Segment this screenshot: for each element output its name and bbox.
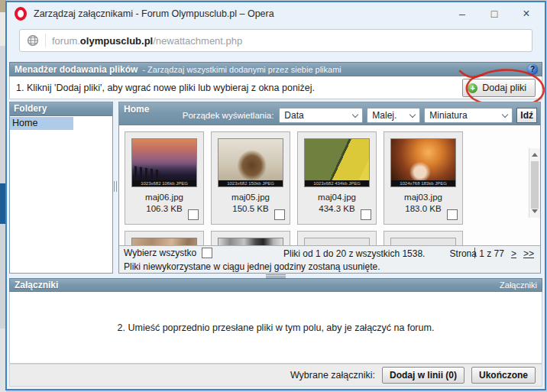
thumbnail-meta: 1023x682 106kb JPEG <box>132 180 196 186</box>
opera-logo-icon <box>15 7 27 21</box>
window-controls: – □ × <box>452 5 537 22</box>
file-range-text: Pliki od 1 do 20 z wszystkich 1538. <box>283 248 425 259</box>
file-card: 1023x682 150kb JPEG maj05.jpg 150.5 KB <box>211 131 290 225</box>
plus-icon: + <box>468 83 477 93</box>
chevron-down-icon <box>409 111 416 117</box>
divider <box>45 34 46 47</box>
page-indicator: Strona 1 z 77 <box>450 248 504 259</box>
manager-header: Menadżer dodawania plików - Zarządzaj ws… <box>9 62 542 76</box>
sort-order-value: Malej. <box>372 110 396 121</box>
file-thumbnail[interactable]: 1023x682 434kb JPEG <box>304 138 370 187</box>
chevron-down-icon <box>352 111 358 117</box>
thumbnail-meta: 1023x682 150kb JPEG <box>218 180 283 186</box>
file-thumbnail[interactable]: 1024x768 183kb JPEG <box>390 138 456 187</box>
done-button[interactable]: Ukończone <box>471 367 536 384</box>
vertical-scrollbar[interactable] <box>529 148 540 218</box>
select-all: Wybierz wszystko <box>124 248 212 258</box>
attachments-title-right: Załączniki <box>500 280 537 290</box>
scroll-down-icon[interactable] <box>532 209 538 213</box>
file-card <box>297 231 377 245</box>
maximize-icon[interactable]: □ <box>484 5 505 22</box>
file-card: 1023x682 434kb JPEG maj04.jpg 434.3 KB <box>297 131 377 225</box>
file-card <box>125 231 204 245</box>
manager-subtitle: - Zarządzaj wszystkimi dodanymi przez si… <box>142 65 341 74</box>
address-input[interactable]: forum.olympusclub.pl/newattachment.php <box>19 29 532 52</box>
files-footer: Wybierz wszystko Pliki od 1 do 20 z wszy… <box>119 245 540 273</box>
files-folder-title: Home <box>124 104 149 115</box>
select-all-checkbox[interactable] <box>202 248 212 258</box>
instruction-text: 1. Kliknij 'Dodaj pliki', aby wgrać nowe… <box>16 83 315 93</box>
scrollbar-thumb[interactable] <box>531 161 539 209</box>
help-icon[interactable]: ? <box>527 64 538 75</box>
pagination-row: Wybierz wszystko Pliki od 1 do 20 z wszy… <box>119 246 540 261</box>
add-files-label: Dodaj pliki <box>482 83 526 93</box>
files-body: 1023x682 106kb JPEG maj06.jpg 106.3 KB 1… <box>119 125 540 245</box>
file-name: maj04.jpg <box>298 193 376 202</box>
folders-header: Foldery <box>10 102 112 116</box>
next-page-link[interactable]: > <box>511 248 516 259</box>
window: Zarządzaj załącznikami - Forum Olympuscl… <box>5 1 546 390</box>
sort-label: Porządek wyświetlania: <box>183 111 274 120</box>
title-bar[interactable]: Zarządzaj załącznikami - Forum Olympuscl… <box>7 2 545 25</box>
files-header: Home Porządek wyświetlania: Data Malej. … <box>119 102 540 125</box>
go-button[interactable]: Idź <box>516 108 537 123</box>
file-thumbnail[interactable]: 1023x682 106kb JPEG <box>131 138 197 187</box>
file-grid: 1023x682 106kb JPEG maj06.jpg 106.3 KB 1… <box>125 131 463 245</box>
file-card <box>384 231 463 245</box>
manager-title: Menadżer dodawania plików <box>15 64 138 75</box>
url-text: forum.olympusclub.pl/newattachment.php <box>52 35 242 47</box>
file-thumbnail[interactable] <box>218 238 283 245</box>
attachments-title: Załączniki <box>15 280 58 290</box>
drop-instruction-text: 2. Umieść poprzednio przesłane pliki w t… <box>118 322 435 333</box>
page-block: Strona 1 z 77 > >> <box>450 248 534 259</box>
close-icon[interactable]: × <box>516 5 537 22</box>
file-checkbox[interactable] <box>447 209 458 220</box>
folders-panel: Foldery Home <box>9 102 113 274</box>
files-panel: Home Porządek wyświetlania: Data Malej. … <box>118 102 541 274</box>
url-prefix: forum. <box>52 35 80 47</box>
file-card: 1023x682 106kb JPEG maj06.jpg 106.3 KB <box>125 131 204 225</box>
sort-field-value: Data <box>284 110 303 121</box>
file-checkbox[interactable] <box>361 209 371 220</box>
add-inline-button[interactable]: Dodaj w linii (0) <box>382 367 464 384</box>
file-thumbnail-placeholder <box>304 238 370 245</box>
splitter-grip-icon <box>114 181 117 192</box>
globe-icon <box>27 34 39 47</box>
thumbnail-meta: 1024x768 183kb JPEG <box>391 180 455 186</box>
file-name: maj06.jpg <box>125 193 203 202</box>
select-all-label: Wybierz wszystko <box>124 248 196 258</box>
view-mode-value: Miniatura <box>429 110 467 121</box>
file-card <box>211 231 290 245</box>
panel-splitter[interactable] <box>113 102 118 274</box>
address-row: forum.olympusclub.pl/newattachment.php <box>7 25 545 59</box>
url-domain: olympusclub.pl <box>80 35 153 47</box>
thumbnail-meta: 1023x682 434kb JPEG <box>305 180 369 186</box>
sort-field-select[interactable]: Data <box>279 108 363 123</box>
file-checkbox[interactable] <box>188 209 199 220</box>
file-name: maj05.jpg <box>212 193 290 202</box>
sort-controls: Porządek wyświetlania: Data Malej. Minia… <box>183 108 537 123</box>
folder-item-home[interactable]: Home <box>10 117 73 130</box>
view-mode-select[interactable]: Miniatura <box>424 108 513 123</box>
file-thumbnail[interactable] <box>131 238 197 245</box>
add-files-button[interactable]: + Dodaj pliki <box>462 79 536 97</box>
window-title: Zarządzaj załącznikami - Forum Olympuscl… <box>34 8 274 19</box>
chevron-down-icon <box>502 111 508 117</box>
selected-attachments-label: Wybrane załączniki: <box>290 370 375 381</box>
bottom-bar: Wybrane załączniki: Dodaj w linii (0) Uk… <box>9 364 542 387</box>
file-thumbnail-placeholder <box>390 238 456 245</box>
instruction-row: 1. Kliknij 'Dodaj pliki', aby wgrać nowe… <box>9 76 542 99</box>
minimize-icon[interactable]: – <box>452 5 473 22</box>
attachments-header: Załączniki Załączniki <box>9 278 542 292</box>
scroll-up-icon[interactable] <box>532 153 538 157</box>
sort-order-select[interactable]: Malej. <box>367 108 420 123</box>
file-checkbox[interactable] <box>274 209 285 220</box>
file-name: maj03.jpg <box>384 193 462 202</box>
url-path: /newattachment.php <box>153 35 242 47</box>
last-page-link[interactable]: >> <box>523 248 534 259</box>
file-card: 1024x768 183kb JPEG maj03.jpg 183.0 KB <box>384 131 463 225</box>
file-thumbnail[interactable]: 1023x682 150kb JPEG <box>218 138 283 187</box>
expiry-note: Pliki niewykorzystane w ciągu jednej god… <box>119 261 540 273</box>
attachments-drop-area[interactable]: 2. Umieść poprzednio przesłane pliki w t… <box>9 292 542 364</box>
